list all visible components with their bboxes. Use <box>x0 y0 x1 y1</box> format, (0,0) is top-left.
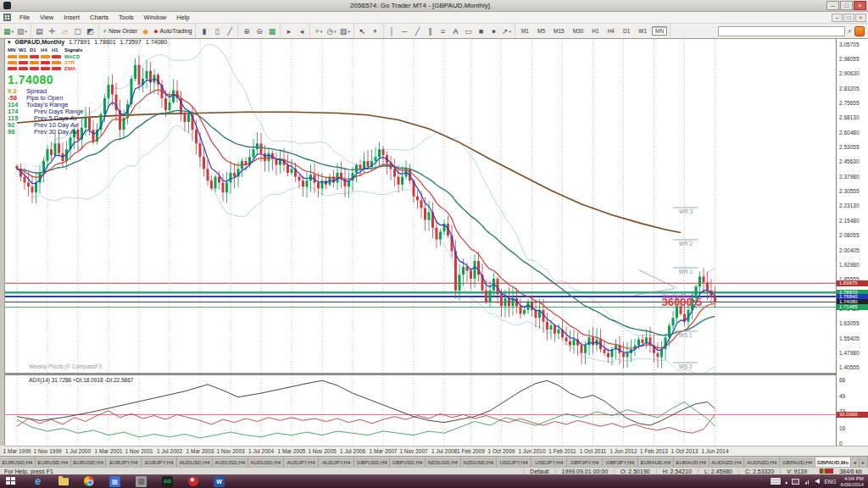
toolbar-vertical-line-button[interactable]: │ <box>387 25 398 37</box>
toolbar-profiles-button[interactable]: ▧▾ <box>16 25 28 37</box>
main-chart[interactable]: WR 3WR 2WR 1WS 1WS 2Weekly Pivot36000:5 <box>5 39 836 373</box>
toolbar-history-folder-button[interactable]: ▱ <box>59 25 70 37</box>
menu-item-file[interactable]: File <box>14 14 35 21</box>
toolbar-chart-shift-button[interactable]: ◂ <box>296 25 307 37</box>
timeframe-m5[interactable]: M5 <box>534 26 548 36</box>
tab-eurusd-h4[interactable]: EURUSD,H4 <box>71 457 107 467</box>
timeframe-m1[interactable]: M1 <box>518 26 532 36</box>
menu-item-charts[interactable]: Charts <box>85 14 114 21</box>
toolbar-periods-button[interactable]: ◷▾ <box>326 25 337 37</box>
toolbar-bar-chart-mode-button[interactable]: ▮ <box>198 25 209 37</box>
tab-audnzd-h4[interactable]: AUDNZD,H4 <box>709 457 745 467</box>
toolbar-autotrading-button[interactable]: ●AutoTrading <box>153 25 192 37</box>
toolbar-data-window-button[interactable]: ▢ <box>72 25 83 37</box>
adx-indicator-pane[interactable] <box>5 375 836 446</box>
tab-gbpaud-h4[interactable]: GBPAUD,H4 <box>780 457 815 467</box>
toolbar-strategy-tester-button[interactable]: ◩ <box>85 25 96 37</box>
toolbar-ellipse-button[interactable]: ● <box>488 25 499 37</box>
tab-gbpusd-h4[interactable]: GBPUSD,H4 <box>390 457 426 467</box>
toolbar-trendline-button[interactable]: ╱ <box>412 25 423 37</box>
chart-menu-icon[interactable] <box>3 14 11 21</box>
menu-item-window[interactable]: Window <box>139 14 172 21</box>
tab-audusd-h4[interactable]: AUDUSD,H4 <box>213 457 248 467</box>
tab-euraud-h4[interactable]: EURAUD,H4 <box>638 457 674 467</box>
tab-usdjpy-h4[interactable]: USDJPY,H4 <box>531 457 567 467</box>
clock[interactable]: 4:04 PM 6/09/2014 <box>840 475 864 488</box>
volume-icon[interactable] <box>815 479 820 484</box>
tab-eurjpy-h4[interactable]: EURJPY,H4 <box>106 457 142 467</box>
toolbar-fibonacci-button[interactable]: ≡ <box>437 25 448 37</box>
search-input[interactable] <box>718 26 845 36</box>
taskbar-icon-app-grid[interactable]: ▦ <box>136 476 147 487</box>
toolbar-zoom-out-button[interactable]: ⊖ <box>253 25 264 37</box>
taskbar-icon-go-trader[interactable]: GO <box>162 476 173 487</box>
toolbar-metaeditor-button[interactable]: ◆ <box>140 25 151 37</box>
tab-gbpusd-h4[interactable]: GBPUSD,H4 <box>354 457 390 467</box>
tab-audusd-h4[interactable]: AUDUSD,H4 <box>248 457 284 467</box>
toolbar-cursor-button[interactable]: ↖ <box>357 25 368 37</box>
keyboard-icon[interactable] <box>771 478 781 485</box>
tab-nzdusd-h4[interactable]: NZDUSD,H4 <box>461 457 497 467</box>
taskbar-icon-word[interactable]: W <box>214 476 225 487</box>
toolbar-indicators-button[interactable]: +▾ <box>313 25 324 37</box>
community-icon[interactable] <box>854 26 865 36</box>
tab-audjpy-h4[interactable]: AUDJPY,H4 <box>319 457 354 467</box>
toolbar-line-chart-mode-button[interactable]: ╱ <box>224 25 235 37</box>
toolbar-market-watch-button[interactable]: ▤ <box>34 25 45 37</box>
child-restore-button[interactable]: □ <box>843 14 854 22</box>
toolbar-tile-windows-button[interactable]: ▦ <box>266 25 277 37</box>
tab-audjpy-h4[interactable]: AUDJPY,H4 <box>284 457 320 467</box>
tab-nzdusd-h4[interactable]: NZDUSD,H4 <box>426 457 461 467</box>
menu-item-view[interactable]: View <box>35 14 58 21</box>
tab-euraud-h4[interactable]: EURAUD,H4 <box>674 457 709 467</box>
collapse-icon[interactable]: ▾ <box>8 39 11 45</box>
taskbar-icon-chrome[interactable] <box>84 476 94 486</box>
toolbar-text-label-button[interactable]: ▭ <box>463 25 474 37</box>
timeframe-m15[interactable]: M15 <box>550 26 568 36</box>
close-button[interactable]: × <box>854 1 866 10</box>
timeframe-h4[interactable]: H4 <box>604 26 618 36</box>
timeframe-d1[interactable]: D1 <box>620 26 633 36</box>
timeframe-h1[interactable]: H1 <box>588 26 602 36</box>
toolbar-rectangle-button[interactable]: ■ <box>476 25 487 37</box>
taskbar-icon-metatrader[interactable] <box>188 476 198 486</box>
toolbar-zoom-in-button[interactable]: ⊕ <box>241 25 252 37</box>
menu-item-insert[interactable]: Insert <box>58 14 85 21</box>
tab-scroll-right-icon[interactable]: ▸ <box>860 457 868 467</box>
toolbar-navigator-button[interactable]: ✛ <box>47 25 58 37</box>
tab-gbpaud-mo[interactable]: GBPAUD,Mo <box>815 457 851 467</box>
toolbar-new-chart-button[interactable]: ▦▾ <box>3 25 14 37</box>
chart-window[interactable]: WR 3WR 2WR 1WS 1WS 2Weekly Pivot36000:5 … <box>5 39 868 446</box>
maximize-button[interactable]: □ <box>840 1 853 10</box>
toolbar-crosshair-button[interactable]: + <box>370 25 381 37</box>
child-minimize-button[interactable]: – <box>832 14 843 22</box>
tab-scroll-left-icon[interactable]: ◂ <box>851 457 860 467</box>
child-close-button[interactable]: × <box>855 14 866 22</box>
timeframe-w1[interactable]: W1 <box>635 26 650 36</box>
toolbar-arrows-tool-button[interactable]: ↗▾ <box>501 25 512 37</box>
tab-gbpjpy-h4[interactable]: GBPJPY,H4 <box>567 457 603 467</box>
tab-audnzd-h4[interactable]: AUDNZD,H4 <box>744 457 780 467</box>
taskbar-icon-calculator[interactable]: ▦ <box>109 476 120 487</box>
minimize-button[interactable]: – <box>826 1 839 10</box>
toolbar-channel-button[interactable]: ∥ <box>425 25 436 37</box>
menu-item-help[interactable]: Help <box>171 14 194 21</box>
timeframe-mn[interactable]: MN <box>652 26 667 36</box>
tab-audusd-h4[interactable]: AUDUSD,H4 <box>177 457 213 467</box>
search-icon[interactable]: ⌕ <box>848 26 852 36</box>
tab-usdjpy-h4[interactable]: USDJPY,H4 <box>497 457 532 467</box>
menu-item-tools[interactable]: Tools <box>114 14 139 21</box>
start-button[interactable] <box>6 477 17 486</box>
toolbar-text-button[interactable]: A <box>450 25 461 37</box>
tab-eurusd-h4[interactable]: EURUSD,H4 <box>0 457 36 467</box>
network-icon[interactable] <box>804 479 810 485</box>
date-axis[interactable]: 1 Mar 19991 Nov 19991 Jul 20001 Mar 2001… <box>5 446 868 456</box>
display-icon[interactable] <box>792 479 799 485</box>
tray-expand-icon[interactable]: ▴ <box>785 479 787 485</box>
tab-eurusd-h4[interactable]: EURUSD,H4 <box>36 457 71 467</box>
toolbar-new-order-button[interactable]: +New Order <box>102 25 138 37</box>
toolbar-auto-scroll-button[interactable]: ▸ <box>283 25 294 37</box>
price-axis[interactable]: 3.057052.980552.906302.832052.756552.681… <box>836 39 868 446</box>
taskbar-icon-file-explorer[interactable] <box>58 478 69 485</box>
toolbar-horizontal-line-button[interactable]: ─ <box>399 25 410 37</box>
